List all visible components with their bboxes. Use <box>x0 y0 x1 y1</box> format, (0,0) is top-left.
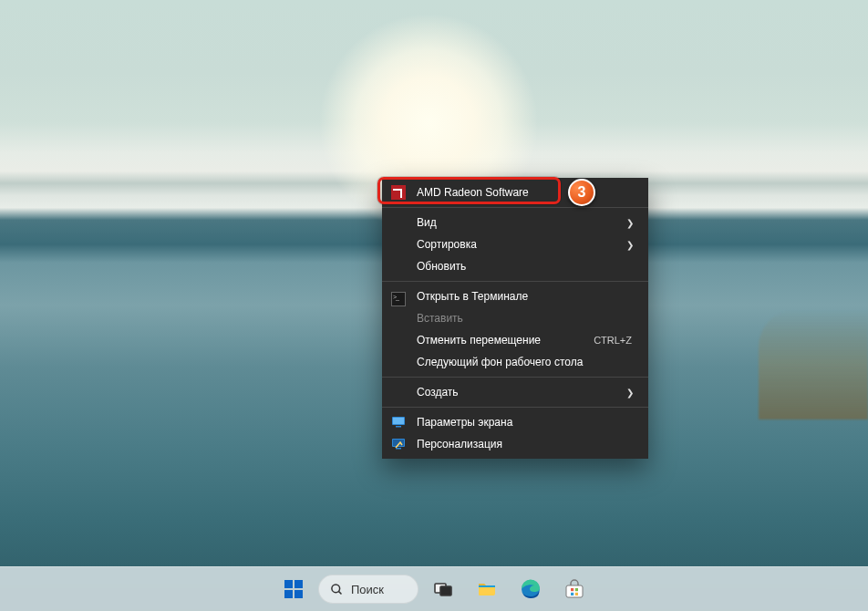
search-icon <box>330 583 344 596</box>
taskbar: Поиск <box>0 566 868 611</box>
svg-rect-16 <box>571 588 574 591</box>
menu-item-terminal[interactable]: Открыть в Терминале <box>382 285 648 307</box>
menu-separator <box>382 207 648 208</box>
folder-icon <box>476 578 498 600</box>
menu-item-label: Создать <box>417 386 626 399</box>
start-button[interactable] <box>274 570 313 608</box>
menu-item-label: Открыть в Терминале <box>417 290 636 303</box>
file-explorer-button[interactable] <box>468 570 506 608</box>
wallpaper-grass <box>759 310 868 419</box>
taskbar-search[interactable]: Поиск <box>318 575 418 604</box>
personalization-icon <box>391 437 406 451</box>
terminal-icon <box>391 292 406 306</box>
store-icon <box>563 578 585 600</box>
svg-rect-7 <box>294 580 303 588</box>
edge-icon <box>520 578 542 600</box>
menu-item-nextbg[interactable]: Следующий фон рабочего стола <box>382 351 648 373</box>
display-settings-icon <box>391 415 406 430</box>
svg-rect-2 <box>396 426 401 428</box>
menu-item-label: Параметры экрана <box>417 416 636 429</box>
svg-rect-9 <box>294 590 303 598</box>
menu-item-personalize[interactable]: Персонализация <box>382 433 648 455</box>
menu-item-view[interactable]: Вид❯ <box>382 212 648 233</box>
menu-item-label: AMD Radeon Software <box>417 186 636 199</box>
menu-item-label: Следующий фон рабочего стола <box>417 356 636 368</box>
svg-point-10 <box>332 584 340 592</box>
task-view-button[interactable] <box>424 570 462 608</box>
menu-item-create[interactable]: Создать❯ <box>382 381 648 403</box>
menu-separator <box>382 407 648 408</box>
store-button[interactable] <box>555 570 594 608</box>
menu-item-label: Отменить перемещение <box>417 334 594 347</box>
menu-separator <box>382 377 648 378</box>
menu-item-amd[interactable]: AMD Radeon Software3 <box>382 181 648 203</box>
svg-rect-6 <box>284 580 293 588</box>
desktop-context-menu: AMD Radeon Software3Вид❯Сортировка❯Обнов… <box>382 178 648 459</box>
menu-item-paste: Вставить <box>382 307 648 329</box>
menu-item-undo[interactable]: Отменить перемещениеCTRL+Z <box>382 329 648 351</box>
task-view-icon <box>432 578 454 600</box>
menu-item-label: Обновить <box>417 260 636 273</box>
menu-item-label: Вид <box>417 216 626 229</box>
svg-rect-15 <box>566 585 583 597</box>
svg-rect-1 <box>393 418 404 424</box>
svg-rect-18 <box>571 593 574 595</box>
search-label: Поиск <box>351 583 384 596</box>
menu-item-sort[interactable]: Сортировка❯ <box>382 233 648 255</box>
amd-logo-icon <box>391 185 406 200</box>
menu-item-refresh[interactable]: Обновить <box>382 255 648 277</box>
windows-logo-icon <box>283 578 305 600</box>
chevron-right-icon: ❯ <box>626 388 636 398</box>
menu-item-shortcut: CTRL+Z <box>594 335 636 346</box>
svg-rect-8 <box>284 590 293 598</box>
svg-rect-17 <box>575 588 578 591</box>
menu-separator <box>382 281 648 282</box>
svg-line-11 <box>338 591 341 594</box>
chevron-right-icon: ❯ <box>626 240 636 250</box>
edge-button[interactable] <box>512 570 550 608</box>
svg-rect-13 <box>440 586 451 595</box>
menu-item-label: Персонализация <box>417 438 636 450</box>
menu-item-label: Вставить <box>417 312 636 325</box>
menu-item-display[interactable]: Параметры экрана <box>382 411 648 433</box>
chevron-right-icon: ❯ <box>626 218 636 228</box>
svg-rect-5 <box>396 448 401 450</box>
menu-item-label: Сортировка <box>417 238 626 251</box>
svg-rect-19 <box>575 593 578 595</box>
